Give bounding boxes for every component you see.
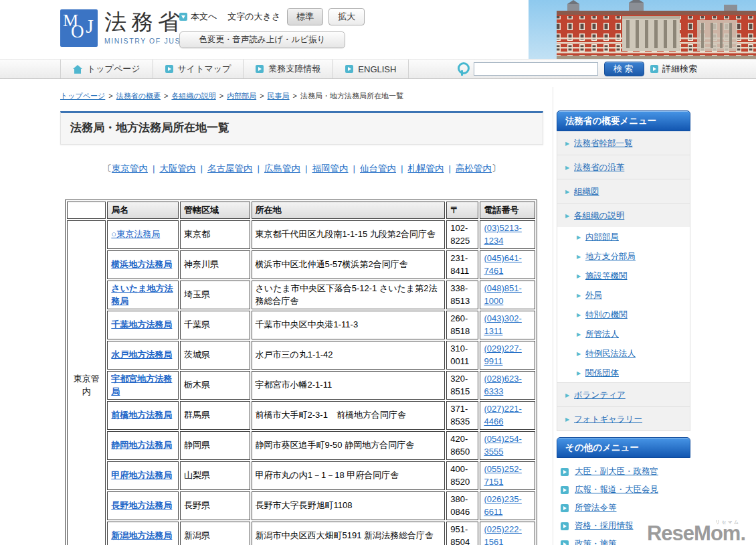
overview-menu-item-10[interactable]: 所管法人 bbox=[557, 324, 690, 343]
other-menu-item-2[interactable]: 広報・報道・大臣会見 bbox=[561, 481, 690, 499]
region-separator: | bbox=[401, 163, 403, 173]
breadcrumb-link[interactable]: 各組織の説明 bbox=[171, 92, 215, 100]
accessibility-button[interactable]: 色変更・音声読み上げ・ルビ振り bbox=[179, 31, 345, 48]
table-row: 甲府地方法務局山梨県甲府市丸の内1－1－18 甲府合同庁舎400-8520(05… bbox=[67, 461, 535, 490]
overview-menu-item-1[interactable]: 法務省幹部一覧 bbox=[557, 131, 690, 155]
region-link-8[interactable]: 高松管内 bbox=[456, 163, 492, 173]
other-menu-item-1[interactable]: 大臣・副大臣・政務官 bbox=[561, 463, 690, 481]
overview-menu-link[interactable]: 法務省幹部一覧 bbox=[574, 139, 633, 148]
office-name-cell: 新潟地方法務局 bbox=[107, 522, 179, 545]
office-link[interactable]: 静岡地方法務局 bbox=[111, 440, 172, 450]
office-link[interactable]: 甲府地方法務局 bbox=[111, 470, 172, 480]
overview-menu-link[interactable]: フォトギャラリー bbox=[574, 414, 642, 424]
content-sidebar-divider bbox=[553, 87, 553, 545]
other-menu-link[interactable]: 資格・採用情報 bbox=[575, 520, 634, 532]
overview-menu-link[interactable]: 所管法人 bbox=[585, 329, 619, 339]
overview-menu-link[interactable]: 法務省の沿革 bbox=[574, 163, 624, 172]
office-link[interactable]: 千葉地方法務局 bbox=[111, 319, 172, 329]
jurisdiction-cell: 神奈川県 bbox=[180, 250, 250, 279]
office-link[interactable]: ○東京法務局 bbox=[111, 229, 160, 239]
column-header-2: 局名 bbox=[107, 202, 179, 219]
region-link-2[interactable]: 大阪管内 bbox=[159, 163, 195, 173]
overview-menu-item-14[interactable]: フォトギャラリー bbox=[557, 406, 690, 431]
breadcrumb-link[interactable]: 法務省の概要 bbox=[116, 92, 161, 100]
phone-link[interactable]: (045)641-7461 bbox=[484, 253, 521, 277]
phone-cell: (026)235-6611 bbox=[480, 491, 535, 520]
overview-menu-item-11[interactable]: 特例民法法人 bbox=[557, 343, 690, 363]
main-content: 法務局・地方法務局所在地一覧 〔東京管内|大阪管内|名古屋管内|広島管内|福岡管… bbox=[60, 111, 543, 545]
phone-link[interactable]: (055)252-7151 bbox=[484, 464, 521, 487]
nav-item-3[interactable]: 業務支障情報 bbox=[244, 60, 333, 78]
other-menu-link[interactable]: 政策・施策 bbox=[575, 538, 617, 545]
office-link[interactable]: 水戸地方法務局 bbox=[111, 349, 172, 360]
breadcrumb-link[interactable]: 民事局 bbox=[268, 92, 290, 100]
phone-link[interactable]: (054)254-3555 bbox=[484, 434, 521, 457]
other-menu-link[interactable]: 広報・報道・大臣会見 bbox=[575, 484, 658, 495]
overview-menu-link[interactable]: 地方支分部局 bbox=[585, 252, 636, 261]
overview-menu-item-3[interactable]: 組織図 bbox=[557, 179, 690, 203]
fontsize-large-button[interactable]: 拡大 bbox=[328, 8, 365, 25]
phone-link[interactable]: (028)623-6333 bbox=[484, 374, 521, 397]
breadcrumb-link[interactable]: 内部部局 bbox=[227, 92, 256, 100]
region-link-5[interactable]: 福岡管内 bbox=[312, 163, 349, 173]
office-link[interactable]: 横浜地方法務局 bbox=[111, 259, 172, 269]
overview-menu-item-13[interactable]: ボランティア bbox=[557, 382, 690, 406]
overview-menu-item-5[interactable]: 内部部局 bbox=[557, 227, 690, 246]
overview-menu-link[interactable]: 関係団体 bbox=[585, 368, 619, 378]
overview-menu-link[interactable]: ボランティア bbox=[574, 390, 626, 400]
overview-menu-item-9[interactable]: 特別の機関 bbox=[557, 305, 690, 324]
overview-menu-link[interactable]: 特例民法法人 bbox=[585, 349, 636, 358]
office-link[interactable]: 長野地方法務局 bbox=[111, 500, 172, 510]
nav-item-4[interactable]: ENGLISH bbox=[333, 60, 409, 78]
overview-menu-item-7[interactable]: 施設等機関 bbox=[557, 266, 690, 285]
other-menu-header: その他のメニュー bbox=[557, 437, 690, 458]
bullet-arrow-icon bbox=[165, 65, 173, 73]
jurisdiction-cell: 山梨県 bbox=[180, 461, 250, 490]
address-cell: 甲府市丸の内1－1－18 甲府合同庁舎 bbox=[252, 461, 446, 490]
search-button[interactable]: 検索 bbox=[604, 62, 644, 76]
overview-menu-item-4[interactable]: 各組織の説明 bbox=[557, 203, 690, 227]
postal-cell: 310-0011 bbox=[446, 341, 478, 370]
region-link-1[interactable]: 東京管内 bbox=[112, 163, 148, 173]
overview-menu-link[interactable]: 内部部局 bbox=[585, 232, 619, 242]
overview-menu-item-6[interactable]: 地方支分部局 bbox=[557, 246, 690, 266]
advanced-search-link[interactable]: 詳細検索 bbox=[662, 63, 697, 75]
breadcrumb-link[interactable]: トップページ bbox=[60, 92, 105, 100]
other-menu-link[interactable]: 大臣・副大臣・政務官 bbox=[575, 466, 658, 477]
office-link[interactable]: さいたま地方法務局 bbox=[111, 283, 173, 307]
overview-menu-link[interactable]: 各組織の説明 bbox=[574, 211, 624, 220]
phone-link[interactable]: (027)221-4466 bbox=[484, 404, 521, 427]
phone-link[interactable]: (048)851-1000 bbox=[484, 283, 521, 307]
skip-to-content-link[interactable]: 本文へ bbox=[191, 11, 217, 23]
region-separator: | bbox=[353, 163, 356, 173]
overview-menu-item-8[interactable]: 外局 bbox=[557, 285, 690, 305]
overview-menu-link[interactable]: 施設等機関 bbox=[585, 271, 628, 281]
postal-cell: 380-0846 bbox=[446, 491, 478, 520]
overview-menu-link[interactable]: 外局 bbox=[585, 291, 602, 300]
table-row: 長野地方法務局長野県長野市大字長野旭町1108380-0846(026)235-… bbox=[67, 491, 535, 520]
phone-link[interactable]: (025)222-1561 bbox=[484, 524, 521, 545]
overview-menu-item-2[interactable]: 法務省の沿革 bbox=[557, 155, 690, 179]
region-link-3[interactable]: 名古屋管内 bbox=[207, 163, 253, 173]
phone-link[interactable]: (029)227-9911 bbox=[484, 343, 521, 367]
overview-menu-link[interactable]: 特別の機関 bbox=[585, 310, 628, 319]
page: M O J 法務省 MINISTRY OF JUSTICE 本文へ 文字の大きさ… bbox=[0, 0, 756, 545]
other-menu-link[interactable]: 所管法令等 bbox=[575, 502, 617, 514]
office-link[interactable]: 宇都宮地方法務局 bbox=[111, 374, 172, 397]
office-link[interactable]: 新潟地方法務局 bbox=[111, 530, 172, 540]
office-link[interactable]: 前橋地方法務局 bbox=[111, 410, 172, 420]
region-link-7[interactable]: 札幌管内 bbox=[408, 163, 444, 173]
overview-menu-link[interactable]: 組織図 bbox=[574, 187, 599, 196]
overview-menu-item-12[interactable]: 関係団体 bbox=[557, 363, 690, 382]
nav-item-2[interactable]: サイトマップ bbox=[153, 60, 244, 78]
search-input[interactable] bbox=[474, 62, 598, 76]
phone-link[interactable]: (026)235-6611 bbox=[484, 494, 521, 518]
region-link-6[interactable]: 仙台管内 bbox=[360, 163, 396, 173]
phone-link[interactable]: (03)5213-1234 bbox=[484, 223, 521, 246]
phone-link[interactable]: (043)302-1311 bbox=[484, 313, 521, 337]
region-link-4[interactable]: 広島管内 bbox=[264, 163, 300, 173]
region-separator: | bbox=[449, 163, 452, 173]
fontsize-standard-button[interactable]: 標準 bbox=[287, 8, 323, 25]
nav-item-1[interactable]: トップページ bbox=[60, 60, 153, 78]
other-menu-item-3[interactable]: 所管法令等 bbox=[561, 499, 690, 517]
